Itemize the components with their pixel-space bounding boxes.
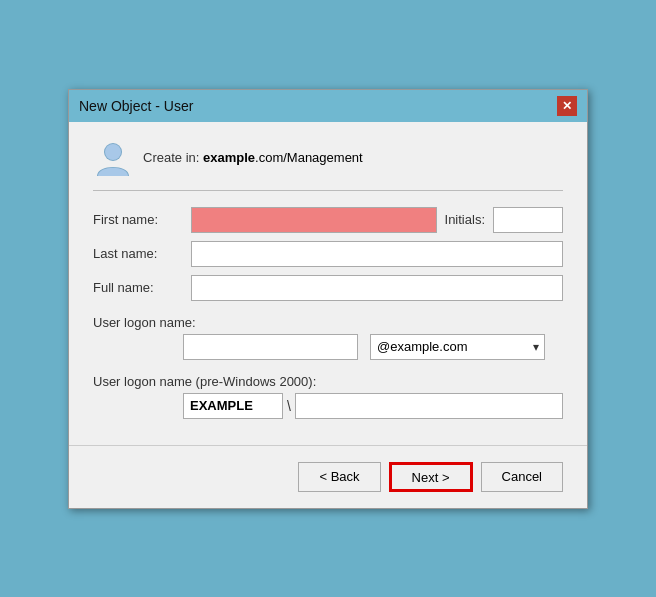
full-name-row: Full name: bbox=[93, 275, 563, 301]
initials-label: Initials: bbox=[445, 212, 485, 227]
initials-input[interactable] bbox=[493, 207, 563, 233]
user-avatar-icon bbox=[93, 138, 133, 178]
logon-name-label: User logon name: bbox=[93, 315, 196, 330]
full-name-input[interactable] bbox=[191, 275, 563, 301]
cancel-button[interactable]: Cancel bbox=[481, 462, 563, 492]
pre2000-domain-box: EXAMPLE bbox=[183, 393, 283, 419]
logon-domain-wrapper: @example.com bbox=[364, 334, 545, 360]
first-name-label: First name: bbox=[93, 212, 183, 227]
divider bbox=[93, 190, 563, 191]
pre2000-username-input[interactable] bbox=[295, 393, 563, 419]
pre2000-label: User logon name (pre-Windows 2000): bbox=[93, 374, 563, 389]
button-row: < Back Next > Cancel bbox=[69, 445, 587, 508]
next-button[interactable]: Next > bbox=[389, 462, 473, 492]
dialog-body: Create in: example.com/Management First … bbox=[69, 122, 587, 435]
back-button[interactable]: < Back bbox=[298, 462, 380, 492]
create-in-bold: example bbox=[203, 150, 255, 165]
logon-inputs-row: @example.com bbox=[93, 334, 563, 360]
create-in-row: Create in: example.com/Management bbox=[93, 138, 563, 178]
last-name-label: Last name: bbox=[93, 246, 183, 261]
dialog-window: New Object - User ✕ Create in: example.c… bbox=[68, 89, 588, 509]
first-name-input[interactable] bbox=[191, 207, 437, 233]
pre2000-section: User logon name (pre-Windows 2000): EXAM… bbox=[93, 374, 563, 419]
title-bar: New Object - User ✕ bbox=[69, 90, 587, 122]
close-button[interactable]: ✕ bbox=[557, 96, 577, 116]
create-in-path: .com/Management bbox=[255, 150, 363, 165]
logon-name-label-row: User logon name: bbox=[93, 315, 563, 330]
last-name-input[interactable] bbox=[191, 241, 563, 267]
logon-username-input[interactable] bbox=[183, 334, 358, 360]
dialog-title: New Object - User bbox=[79, 98, 193, 114]
full-name-label: Full name: bbox=[93, 280, 183, 295]
pre2000-inputs: EXAMPLE \ bbox=[93, 393, 563, 419]
create-in-info: Create in: example.com/Management bbox=[143, 150, 363, 165]
logon-domain-select[interactable]: @example.com bbox=[370, 334, 545, 360]
last-name-row: Last name: bbox=[93, 241, 563, 267]
svg-point-1 bbox=[105, 144, 121, 160]
first-name-row: First name: Initials: bbox=[93, 207, 563, 233]
pre2000-backslash: \ bbox=[283, 398, 295, 414]
pre2000-domain-text: EXAMPLE bbox=[190, 398, 253, 413]
logon-section: User logon name: @example.com bbox=[93, 315, 563, 360]
